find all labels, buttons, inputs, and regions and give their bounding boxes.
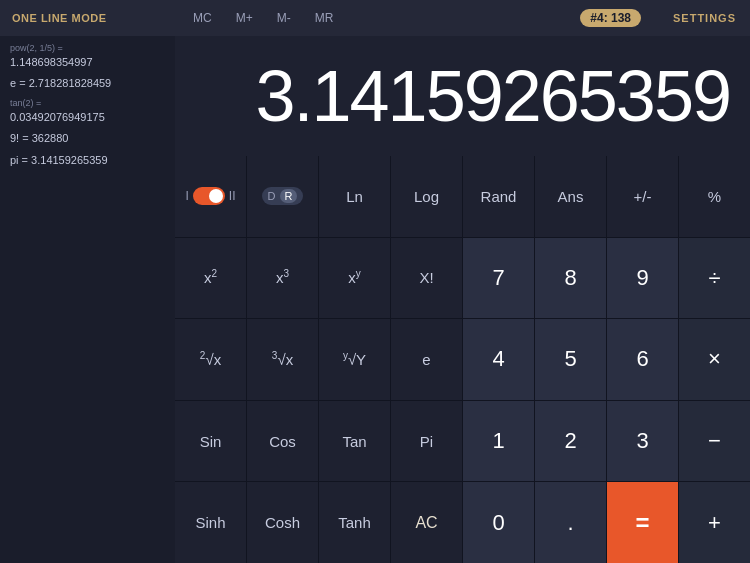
yroot-label: y√Y xyxy=(343,351,366,368)
deg-label: D xyxy=(268,190,276,202)
cosh-button[interactable]: Cosh xyxy=(247,482,318,563)
deg-rad-toggle[interactable]: D R xyxy=(247,156,318,237)
digit-5-button[interactable]: 5 xyxy=(535,319,606,400)
ac-label: AC xyxy=(415,514,437,532)
digit-0-label: 0 xyxy=(492,510,504,536)
rad-label: R xyxy=(280,189,298,203)
divide-button[interactable]: ÷ xyxy=(679,238,750,319)
digit-8-button[interactable]: 8 xyxy=(535,238,606,319)
digit-4-button[interactable]: 4 xyxy=(463,319,534,400)
ans-button[interactable]: Ans xyxy=(535,156,606,237)
digit-7-button[interactable]: 7 xyxy=(463,238,534,319)
log-button[interactable]: Log xyxy=(391,156,462,237)
digit-5-label: 5 xyxy=(564,346,576,372)
main-panel: MC M+ M- MR #4: 138 SETTINGS 3.141592653… xyxy=(175,0,750,563)
x-squared-label: x2 xyxy=(204,269,217,286)
rand-label: Rand xyxy=(481,188,517,205)
deg-rad-display: D R xyxy=(262,187,304,205)
cbrt-label: 3√x xyxy=(272,351,293,368)
history-result: 9! = 362880 xyxy=(10,131,165,146)
mode-toggle[interactable]: I II xyxy=(175,156,246,237)
ln-label: Ln xyxy=(346,188,363,205)
history-expr: pow(2, 1/5) = xyxy=(10,42,165,55)
history-item: pow(2, 1/5) = 1.148698354997 xyxy=(10,42,165,70)
toggle-track xyxy=(193,187,225,205)
digit-2-label: 2 xyxy=(564,428,576,454)
ac-button[interactable]: AC xyxy=(391,482,462,563)
e-constant-label: e xyxy=(422,351,430,368)
cosh-label: Cosh xyxy=(265,514,300,531)
cbrt-button[interactable]: 3√x xyxy=(247,319,318,400)
divide-label: ÷ xyxy=(708,265,720,291)
e-constant-button[interactable]: e xyxy=(391,319,462,400)
plus-button[interactable]: + xyxy=(679,482,750,563)
decimal-label: . xyxy=(567,510,573,536)
pi-label: Pi xyxy=(420,433,433,450)
multiply-button[interactable]: × xyxy=(679,319,750,400)
entry-badge: #4: 138 xyxy=(580,9,641,27)
minus-label: − xyxy=(708,428,721,454)
decimal-button[interactable]: . xyxy=(535,482,606,563)
mode-label-ii: II xyxy=(229,189,236,203)
mc-button[interactable]: MC xyxy=(189,9,216,27)
factorial-button[interactable]: X! xyxy=(391,238,462,319)
mr-button[interactable]: MR xyxy=(311,9,338,27)
sin-button[interactable]: Sin xyxy=(175,401,246,482)
history-item: tan(2) = 0.03492076949175 xyxy=(10,97,165,125)
button-grid: I II D R Ln Log Rand Ans +/- % x2 x3 xy … xyxy=(175,156,750,563)
history-expr: tan(2) = xyxy=(10,97,165,110)
digit-1-label: 1 xyxy=(492,428,504,454)
digit-0-button[interactable]: 0 xyxy=(463,482,534,563)
percent-label: % xyxy=(708,188,721,205)
digit-9-label: 9 xyxy=(636,265,648,291)
factorial-label: X! xyxy=(419,269,433,286)
mplus-button[interactable]: M+ xyxy=(232,9,257,27)
settings-button[interactable]: SETTINGS xyxy=(673,12,736,24)
cos-label: Cos xyxy=(269,433,296,450)
x-power-y-label: xy xyxy=(348,269,361,286)
history-result: 1.148698354997 xyxy=(10,55,165,70)
sinh-label: Sinh xyxy=(195,514,225,531)
percent-button[interactable]: % xyxy=(679,156,750,237)
ln-button[interactable]: Ln xyxy=(319,156,390,237)
digit-8-label: 8 xyxy=(564,265,576,291)
display-value: 3.14159265359 xyxy=(255,55,730,137)
digit-3-button[interactable]: 3 xyxy=(607,401,678,482)
sidebar: ONE LINE MODE pow(2, 1/5) = 1.1486983549… xyxy=(0,0,175,563)
equals-button[interactable]: = xyxy=(607,482,678,563)
sign-label: +/- xyxy=(634,188,652,205)
x-cubed-label: x3 xyxy=(276,269,289,286)
mminus-button[interactable]: M- xyxy=(273,9,295,27)
log-label: Log xyxy=(414,188,439,205)
x-squared-button[interactable]: x2 xyxy=(175,238,246,319)
sinh-button[interactable]: Sinh xyxy=(175,482,246,563)
x-cubed-button[interactable]: x3 xyxy=(247,238,318,319)
yroot-button[interactable]: y√Y xyxy=(319,319,390,400)
history-item: e = 2.718281828459 xyxy=(10,76,165,91)
rand-button[interactable]: Rand xyxy=(463,156,534,237)
digit-9-button[interactable]: 9 xyxy=(607,238,678,319)
sidebar-title: ONE LINE MODE xyxy=(12,12,107,24)
history-result: e = 2.718281828459 xyxy=(10,76,165,91)
history-item: pi = 3.14159265359 xyxy=(10,153,165,168)
sidebar-header: ONE LINE MODE xyxy=(0,0,175,36)
cos-button[interactable]: Cos xyxy=(247,401,318,482)
digit-4-label: 4 xyxy=(492,346,504,372)
tanh-button[interactable]: Tanh xyxy=(319,482,390,563)
x-power-y-button[interactable]: xy xyxy=(319,238,390,319)
top-bar: MC M+ M- MR #4: 138 SETTINGS xyxy=(175,0,750,36)
mode-label-i: I xyxy=(185,189,188,203)
minus-button[interactable]: − xyxy=(679,401,750,482)
sign-button[interactable]: +/- xyxy=(607,156,678,237)
digit-2-button[interactable]: 2 xyxy=(535,401,606,482)
digit-6-label: 6 xyxy=(636,346,648,372)
sin-label: Sin xyxy=(200,433,222,450)
digit-6-button[interactable]: 6 xyxy=(607,319,678,400)
sqrt-button[interactable]: 2√x xyxy=(175,319,246,400)
history-list: pow(2, 1/5) = 1.148698354997 e = 2.71828… xyxy=(0,36,175,563)
tan-button[interactable]: Tan xyxy=(319,401,390,482)
digit-3-label: 3 xyxy=(636,428,648,454)
tanh-label: Tanh xyxy=(338,514,371,531)
pi-button[interactable]: Pi xyxy=(391,401,462,482)
digit-1-button[interactable]: 1 xyxy=(463,401,534,482)
